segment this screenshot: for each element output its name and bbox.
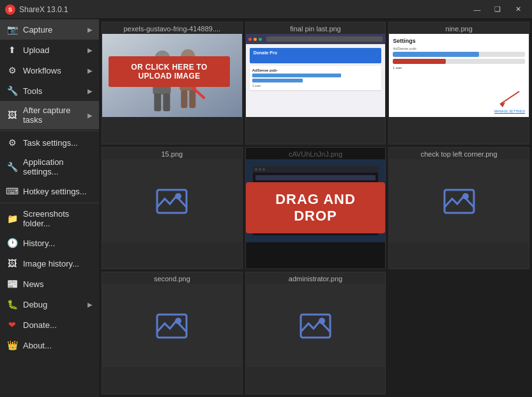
- sidebar-item-label: Donate...: [23, 320, 57, 330]
- capture-icon: 📷: [6, 24, 18, 35]
- folder-icon: 📁: [6, 213, 18, 224]
- sidebar-item-label: Screenshots folder...: [23, 209, 93, 228]
- tools-icon: 🔧: [6, 85, 18, 97]
- upload-click-box[interactable]: OR CLICK HERE TO UPLOAD IMAGE: [109, 56, 230, 87]
- sidebar: 📷 Capture ▶ ⬆ Upload ▶ ⚙ Workflows ▶ 🔧 T…: [0, 19, 99, 397]
- sidebar-item-workflows[interactable]: ⚙ Workflows ▶: [0, 60, 99, 81]
- hotkey-icon: ⌨: [6, 185, 18, 197]
- tile-pexels[interactable]: pexels-gustavo-fring-414889....: [102, 22, 243, 144]
- sidebar-item-hotkey-settings[interactable]: ⌨ Hotkey settings...: [0, 181, 99, 201]
- tile-nine[interactable]: nine.png Settings AdSense pub- 1 user MA…: [388, 22, 529, 144]
- svg-rect-13: [189, 90, 195, 108]
- sidebar-item-label: Task settings...: [23, 138, 78, 148]
- drag-drop-text: DRAG AND DROP: [246, 182, 386, 233]
- divider: [0, 130, 99, 131]
- tile-final-pin[interactable]: final pin last.png Donate Pro AdSense pu…: [245, 22, 386, 144]
- app-settings-icon: 🔧: [6, 161, 18, 173]
- tile-preview: Donate Pro AdSense pub- 1 user: [246, 34, 386, 117]
- sidebar-item-label: Workflows: [23, 66, 61, 75]
- tile-preview: [246, 284, 386, 367]
- tile-preview: OR CLICK HERE TO UPLOAD IMAGE: [102, 34, 242, 117]
- sidebar-item-capture[interactable]: 📷 Capture ▶: [0, 19, 99, 40]
- sidebar-item-app-settings[interactable]: 🔧 Application settings...: [0, 153, 99, 181]
- sidebar-item-upload[interactable]: ⬆ Upload ▶: [0, 40, 99, 60]
- window-controls: — ❑ ✕: [468, 3, 527, 16]
- svg-point-21: [462, 193, 469, 199]
- tile-preview: [389, 159, 529, 242]
- sidebar-item-donate[interactable]: ❤ Donate...: [0, 315, 99, 335]
- svg-point-23: [175, 318, 181, 324]
- sidebar-item-label: Tools: [23, 86, 42, 96]
- app-icon: S: [5, 4, 15, 15]
- tile-name: check top left corner.png: [389, 148, 529, 159]
- arrow-icon: ▶: [87, 112, 93, 119]
- tile-name: second.png: [102, 272, 242, 284]
- sidebar-item-debug[interactable]: 🐛 Debug ▶: [0, 294, 99, 315]
- tile-name: 15.png: [102, 148, 242, 159]
- tile-preview: [102, 284, 242, 367]
- debug-icon: 🐛: [6, 299, 18, 310]
- history-icon: 🕐: [6, 237, 18, 249]
- tile-administrator[interactable]: administrator.png: [245, 272, 386, 394]
- close-button[interactable]: ✕: [509, 3, 527, 16]
- arrow-icon: ▶: [87, 88, 93, 95]
- upload-icon: ⬆: [6, 44, 18, 56]
- svg-rect-7: [163, 93, 170, 111]
- image-history-icon: 🖼: [6, 258, 18, 269]
- tile-cavuh[interactable]: cAVUhLnJnJ.png The file name in the titl…: [245, 147, 386, 270]
- task-settings-icon: ⚙: [6, 137, 18, 148]
- sidebar-item-about[interactable]: 👑 About...: [0, 335, 99, 355]
- svg-point-25: [319, 318, 325, 324]
- tile-second[interactable]: second.png: [102, 272, 243, 394]
- title-bar: S ShareX 13.0.1 — ❑ ✕: [0, 0, 532, 19]
- sidebar-item-news[interactable]: 📰 News: [0, 274, 99, 294]
- after-capture-icon: 🖼: [6, 109, 18, 121]
- maximize-button[interactable]: ❑: [489, 3, 506, 16]
- sidebar-item-label: Image history...: [23, 259, 79, 269]
- tile-15[interactable]: 15.png: [102, 147, 243, 270]
- sidebar-item-label: Debug: [23, 300, 47, 309]
- sidebar-item-image-history[interactable]: 🖼 Image history...: [0, 253, 99, 274]
- donate-icon: ❤: [6, 319, 18, 331]
- sidebar-item-label: Upload: [23, 45, 49, 55]
- svg-point-19: [175, 193, 181, 199]
- arrow-icon: ▶: [87, 47, 93, 54]
- svg-rect-6: [154, 93, 161, 111]
- drag-drop-overlay: DRAG AND DROP: [246, 148, 386, 269]
- tile-check-top-left[interactable]: check top left corner.png: [388, 147, 529, 270]
- workflows-icon: ⚙: [6, 65, 18, 76]
- sidebar-item-label: About...: [23, 341, 52, 350]
- news-icon: 📰: [6, 278, 18, 290]
- arrow-icon: ▶: [87, 301, 93, 308]
- sidebar-item-screenshots-folder[interactable]: 📁 Screenshots folder...: [0, 205, 99, 233]
- sidebar-item-task-settings[interactable]: ⚙ Task settings...: [0, 132, 99, 153]
- arrow-icon: ▶: [87, 26, 93, 33]
- tile-name: pexels-gustavo-fring-414889....: [102, 22, 242, 34]
- svg-rect-12: [181, 90, 187, 108]
- sidebar-item-label: After capture tasks: [23, 105, 87, 125]
- tile-name: administrator.png: [246, 272, 386, 284]
- main-layout: 📷 Capture ▶ ⬆ Upload ▶ ⚙ Workflows ▶ 🔧 T…: [0, 19, 532, 397]
- sidebar-item-after-capture[interactable]: 🖼 After capture tasks ▶: [0, 101, 99, 129]
- tile-name: nine.png: [389, 22, 529, 34]
- arrow-icon: ▶: [87, 67, 93, 74]
- sidebar-item-label: Hotkey settings...: [23, 187, 87, 196]
- sidebar-item-label: History...: [23, 238, 55, 248]
- sidebar-item-history[interactable]: 🕐 History...: [0, 233, 99, 253]
- tile-preview: [102, 159, 242, 242]
- sidebar-item-tools[interactable]: 🔧 Tools ▶: [0, 81, 99, 101]
- divider: [0, 203, 99, 203]
- app-title: ShareX 13.0.1: [19, 5, 468, 14]
- sidebar-item-label: Capture: [23, 25, 52, 35]
- about-icon: 👑: [6, 339, 18, 351]
- minimize-button[interactable]: —: [468, 3, 486, 16]
- sidebar-item-label: Application settings...: [23, 157, 93, 176]
- sidebar-item-label: News: [23, 279, 44, 289]
- tile-name: final pin last.png: [246, 22, 386, 34]
- tile-preview: Settings AdSense pub- 1 user MANAGE SETT…: [389, 34, 529, 117]
- image-grid: pexels-gustavo-fring-414889....: [99, 19, 532, 397]
- svg-line-16: [500, 91, 519, 104]
